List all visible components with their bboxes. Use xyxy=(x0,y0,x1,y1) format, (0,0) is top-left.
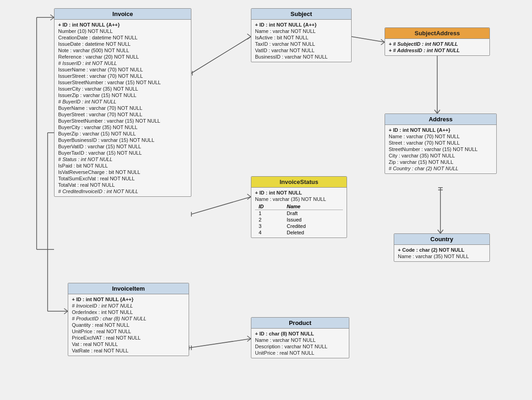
invoiceitem-field-vat: Vat : real NOT NULL xyxy=(72,341,185,347)
country-header: Country xyxy=(394,234,489,245)
invoiceitem-field-priceexclvat: PriceExclVAT : real NOT NULL xyxy=(72,335,185,341)
invoice-entity: Invoice + ID : int NOT NULL {A++} Number… xyxy=(54,8,191,197)
invoicestatus-row4-id: 4 xyxy=(255,229,283,236)
product-field-name: Name : varchar NOT NULL xyxy=(255,337,345,343)
invoice-field-totalvat: TotalVat : real NOT NULL xyxy=(58,182,187,188)
svg-line-1 xyxy=(247,34,251,37)
subjectaddress-header: SubjectAddress xyxy=(385,28,489,39)
address-field-streetnumber: StreetNumber : varchar (15) NOT NULL xyxy=(389,146,493,152)
subject-field-name: Name : varchar NOT NULL xyxy=(255,28,347,34)
invoiceitem-field-unitprice: UnitPrice : real NOT NULL xyxy=(72,328,185,335)
invoicestatus-entity: InvoiceStatus + ID : int NOT NULL Name :… xyxy=(251,176,347,238)
invoice-body: + ID : int NOT NULL {A++} Number (10) NO… xyxy=(54,20,191,196)
subject-field-taxid: TaxID : varchar NOT NULL xyxy=(255,41,347,47)
address-field-street: Street : varchar (70) NOT NULL xyxy=(389,140,493,146)
product-entity: Product + ID : char (8) NOT NULL Name : … xyxy=(251,317,349,358)
subjectaddress-body: + # SubjectID : int NOT NULL + # Address… xyxy=(385,39,489,55)
invoice-field-buyerzip: BuyerZip : varchar (15) NOT NULL xyxy=(58,130,187,137)
product-field-description: Description : varchar NOT NULL xyxy=(255,343,345,350)
invoicestatus-header: InvoiceStatus xyxy=(251,177,347,188)
svg-line-33 xyxy=(50,17,54,20)
country-entity: Country + Code : char (2) NOT NULL Name … xyxy=(394,233,490,262)
invoicestatus-field-id: + ID : int NOT NULL xyxy=(255,189,343,196)
invoice-field-issuerzip: IssuerZip : varchar (15) NOT NULL xyxy=(58,92,187,98)
invoicestatus-row1-name: Draft xyxy=(283,210,343,217)
invoice-field-number: Number (10) NOT NULL xyxy=(58,28,187,34)
invoice-field-issuedate: IssueDate : datetime NOT NULL xyxy=(58,41,187,47)
invoice-field-issuercity: IssuerCity : varchar (35) NOT NULL xyxy=(58,86,187,92)
address-field-zip: Zip : varchar (15) NOT NULL xyxy=(389,159,493,165)
invoicestatus-col-id: ID xyxy=(255,203,283,210)
address-header: Address xyxy=(385,114,496,125)
invoice-field-buyerstreet: BuyerStreet : varchar (70) NOT NULL xyxy=(58,111,187,118)
invoiceitem-field-vatrate: VatRate : real NOT NULL xyxy=(72,347,185,354)
address-field-id: + ID : int NOT NULL {A++} xyxy=(389,127,493,133)
invoice-field-creationdate: CreationDate : datetime NOT NULL xyxy=(58,34,187,41)
invoice-field-buyervatid: BuyerVatID : varchar (15) NOT NULL xyxy=(58,143,187,150)
subjectaddress-entity: SubjectAddress + # SubjectID : int NOT N… xyxy=(385,27,490,56)
invoice-field-buyerbusinessid: BuyerBusinessID : varchar (15) NOT NULL xyxy=(58,137,187,143)
invoicestatus-col-name: Name xyxy=(283,203,343,210)
product-header: Product xyxy=(251,318,349,329)
invoice-field-ispaid: IsPaid : bit NOT NULL xyxy=(58,162,187,169)
invoice-field-note: Note : varchar (500) NOT NULL xyxy=(58,47,187,54)
subject-header: Subject xyxy=(251,9,351,20)
svg-line-25 xyxy=(247,336,251,339)
invoicestatus-row4-name: Deleted xyxy=(283,229,343,236)
invoice-field-buyerstreetnumber: BuyerStreetNumber : varchar (15) NOT NUL… xyxy=(58,118,187,124)
svg-line-11 xyxy=(438,230,440,233)
subject-entity: Subject + ID : int NOT NULL {A++} Name :… xyxy=(251,8,352,62)
svg-line-12 xyxy=(440,230,443,233)
subject-field-vatid: VatID : varchar NOT NULL xyxy=(255,47,347,54)
address-field-country: # Country : char (2) NOT NULL xyxy=(389,165,493,172)
invoice-field-creditedinvoiceid: # CreditedInvoiceID : int NOT NULL xyxy=(58,188,187,195)
svg-line-4 xyxy=(352,37,385,42)
invoiceitem-field-productid: # ProductID : char (8) NOT NULL xyxy=(72,315,185,322)
svg-line-24 xyxy=(189,339,251,348)
svg-line-16 xyxy=(247,194,251,197)
invoice-field-issuername: IssuerName : varchar (70) NOT NULL xyxy=(58,66,187,73)
invoice-field-buyerid: # BuyerID : int NOT NULL xyxy=(58,98,187,105)
invoice-field-id: + ID : int NOT NULL {A++} xyxy=(58,22,187,28)
svg-line-32 xyxy=(50,15,54,17)
invoice-field-buyercity: BuyerCity : varchar (35) NOT NULL xyxy=(58,124,187,130)
product-body: + ID : char (8) NOT NULL Name : varchar … xyxy=(251,329,349,358)
svg-line-15 xyxy=(191,197,251,214)
subjectaddress-field-addressid: + # AddressID : int NOT NULL xyxy=(389,47,486,54)
invoice-field-buyertaxid: BuyerTaxID : varchar (15) NOT NULL xyxy=(58,150,187,156)
country-field-name: Name : varchar (35) NOT NULL xyxy=(398,253,486,259)
svg-line-26 xyxy=(247,339,251,341)
svg-line-5 xyxy=(381,39,385,42)
svg-line-22 xyxy=(64,308,68,311)
invoicestatus-body: + ID : int NOT NULL Name : varchar (35) … xyxy=(251,188,347,238)
svg-line-9 xyxy=(437,110,440,114)
svg-line-2 xyxy=(247,37,251,39)
product-field-id: + ID : char (8) NOT NULL xyxy=(255,330,345,337)
invoice-field-issuerid: # IssuerID : int NOT NULL xyxy=(58,60,187,66)
invoicestatus-field-name: Name : varchar (35) NOT NULL xyxy=(255,196,343,202)
subject-field-businessid: BusinessID : varchar NOT NULL xyxy=(255,54,347,60)
invoicestatus-row3-name: Credited xyxy=(283,223,343,229)
product-field-unitprice: UnitPrice : real NOT NULL xyxy=(255,350,345,356)
country-body: + Code : char (2) NOT NULL Name : varcha… xyxy=(394,245,489,261)
invoicestatus-row1-id: 1 xyxy=(255,210,283,217)
invoiceitem-field-id: + ID : int NOT NULL {A++} xyxy=(72,296,185,303)
invoiceitem-body: + ID : int NOT NULL {A++} # InvoiceID : … xyxy=(68,294,189,356)
invoice-field-reference: Reference : varchar (20) NOT NULL xyxy=(58,54,187,60)
invoicestatus-table: ID Name 1 Draft 2 Issued 3 Credited 4 xyxy=(255,203,343,236)
invoiceitem-entity: InvoiceItem + ID : int NOT NULL {A++} # … xyxy=(68,283,189,356)
invoice-field-isvatreversecharge: IsVatReverseCharge : bit NOT NULL xyxy=(58,169,187,175)
address-body: + ID : int NOT NULL {A++} Name : varchar… xyxy=(385,125,496,173)
invoice-field-status: # Status : int NOT NULL xyxy=(58,156,187,162)
country-field-code: + Code : char (2) NOT NULL xyxy=(398,247,486,253)
subject-field-isactive: IsActive : bit NOT NULL xyxy=(255,34,347,41)
svg-line-23 xyxy=(64,311,68,314)
subjectaddress-field-subjectid: + # SubjectID : int NOT NULL xyxy=(389,41,486,47)
svg-line-17 xyxy=(247,197,251,200)
svg-line-8 xyxy=(434,110,437,114)
invoicestatus-row2-name: Issued xyxy=(283,216,343,223)
invoiceitem-field-invoiceid: # InvoiceID : int NOT NULL xyxy=(72,303,185,309)
invoiceitem-field-orderindex: OrderIndex : int NOT NULL xyxy=(72,309,185,315)
invoiceitem-field-quantity: Quantity : real NOT NULL xyxy=(72,322,185,328)
invoicestatus-row3-id: 3 xyxy=(255,223,283,229)
